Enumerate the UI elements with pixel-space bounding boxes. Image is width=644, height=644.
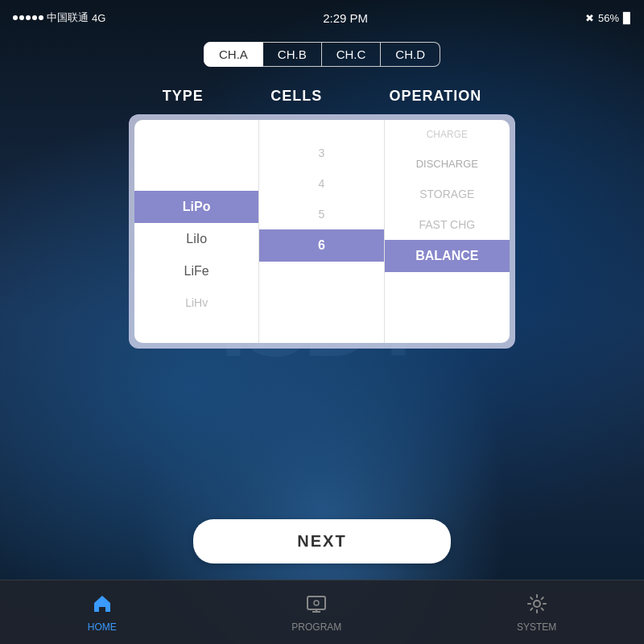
cell-item-5[interactable]: 5 (259, 199, 383, 229)
op-item-empty3[interactable] (385, 308, 510, 325)
type-item-empty2[interactable] (134, 138, 258, 155)
type-item-empty5[interactable] (134, 318, 258, 336)
tab-ch-a[interactable]: CH.A (204, 42, 263, 67)
svg-point-4 (534, 601, 540, 607)
cell-item-7[interactable] (259, 262, 383, 279)
program-icon (305, 592, 328, 618)
next-button[interactable]: NEXT (193, 519, 451, 564)
cells-column: 3 4 5 6 (259, 120, 384, 343)
type-item-lihv[interactable]: LiHv (134, 287, 258, 318)
type-item-empty3[interactable] (134, 155, 258, 173)
cell-item-6[interactable]: 6 (259, 229, 383, 262)
cell-item-8[interactable] (259, 279, 383, 297)
time-label: 2:29 PM (323, 11, 368, 25)
operation-column: CHARGE DISCHARGE STORAGE FAST CHG BALANC… (385, 120, 510, 343)
signal-dots (13, 15, 43, 20)
nav-system-label: SYSTEM (517, 621, 556, 633)
network-label: 4G (92, 12, 105, 24)
bluetooth-icon: ✖ (585, 12, 594, 24)
operation-header: OPERATION (390, 88, 482, 105)
op-item-fastchg[interactable]: FAST CHG (385, 209, 510, 240)
op-item-discharge[interactable]: DISCHARGE (385, 149, 510, 179)
battery-icon: ▉ (623, 12, 631, 24)
type-column: LiPo LiIo LiFe LiHv (134, 120, 259, 343)
cell-item-empty[interactable] (259, 297, 383, 315)
op-item-empty4[interactable] (385, 325, 510, 343)
tab-ch-d[interactable]: CH.D (381, 42, 440, 67)
type-item-life[interactable]: LiFe (134, 255, 258, 287)
picker-container[interactable]: LiPo LiIo LiFe LiHv 3 4 5 6 CHARGE (129, 114, 515, 349)
cell-item-4[interactable]: 4 (259, 168, 383, 199)
nav-system[interactable]: SYSTEM (517, 592, 556, 633)
status-right: ✖ 56% ▉ (585, 12, 631, 24)
type-item-lipo[interactable]: LiPo (134, 191, 258, 223)
battery-label: 56% (598, 12, 619, 24)
picker-inner: LiPo LiIo LiFe LiHv 3 4 5 6 CHARGE (134, 120, 510, 343)
cell-item-3[interactable]: 3 (259, 138, 383, 168)
home-icon (91, 592, 114, 618)
svg-rect-0 (308, 597, 325, 609)
type-item-liio[interactable]: LiIo (134, 223, 258, 255)
type-header: TYPE (163, 88, 204, 105)
op-item-empty2[interactable] (385, 290, 510, 308)
svg-point-3 (314, 601, 319, 605)
column-headers: TYPE CELLS OPERATION (0, 80, 644, 114)
status-bar: 中国联通 4G 2:29 PM ✖ 56% ▉ (0, 0, 644, 35)
next-btn-area: NEXT (0, 519, 644, 580)
channel-tabs: CH.A CH.B CH.C CH.D (0, 35, 644, 80)
bottom-nav: HOME PROGRAM SYSTEM (0, 580, 644, 644)
nav-home-label: HOME (88, 621, 117, 633)
system-icon (526, 592, 548, 618)
type-item-empty1[interactable] (134, 120, 258, 138)
op-item-charge[interactable]: CHARGE (385, 120, 510, 149)
nav-program-label: PROGRAM (291, 621, 341, 633)
cell-item-empty2[interactable] (259, 315, 383, 332)
nav-home[interactable]: HOME (88, 592, 117, 633)
cell-item-2[interactable] (259, 120, 383, 138)
op-item-empty1[interactable] (385, 272, 510, 290)
cells-header: CELLS (270, 88, 322, 105)
tab-ch-b[interactable]: CH.B (263, 42, 322, 67)
op-item-balance[interactable]: BALANCE (385, 240, 510, 272)
op-item-storage[interactable]: STORAGE (385, 179, 510, 209)
carrier-label: 中国联通 (47, 10, 89, 25)
tab-ch-c[interactable]: CH.C (322, 42, 382, 67)
status-left: 中国联通 4G (13, 10, 105, 25)
type-item-empty4[interactable] (134, 173, 258, 191)
nav-program[interactable]: PROGRAM (291, 592, 341, 633)
